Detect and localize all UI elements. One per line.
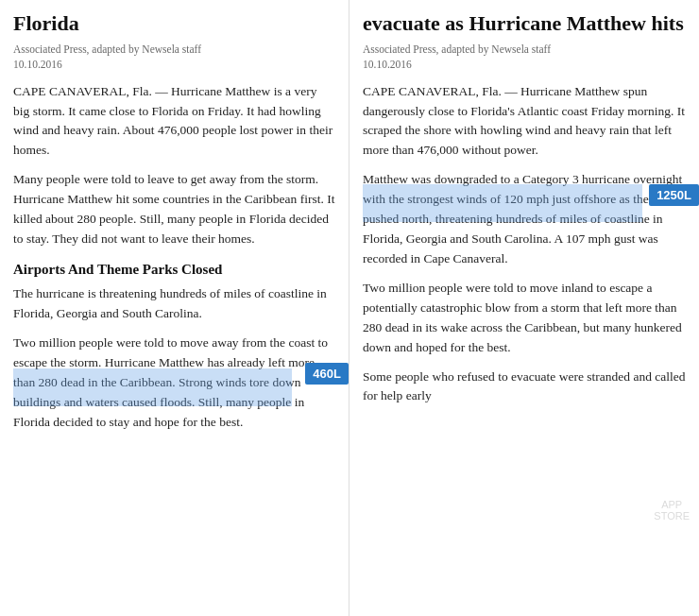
left-para-4: Two million people were told to move awa…	[13, 334, 335, 433]
left-article-byline: Associated Press, adapted by Newsela sta…	[13, 42, 335, 72]
right-para-2: Matthew was downgraded to a Category 3 h…	[363, 170, 686, 269]
left-article-panel: Florida Associated Press, adapted by New…	[0, 0, 350, 616]
left-para-3: The hurricane is threatening hundreds of…	[13, 284, 335, 324]
right-level-badge[interactable]: 1250L	[649, 184, 699, 206]
right-article-panel: evacuate as Hurricane Matthew hits Assoc…	[350, 0, 699, 616]
left-article-title: Florida	[13, 11, 335, 36]
right-article-title: evacuate as Hurricane Matthew hits	[363, 11, 686, 36]
app-watermark: APPSTORE	[654, 499, 690, 522]
left-level-badge[interactable]: 460L	[305, 363, 349, 385]
left-article-body: CAPE CANAVERAL, Fla. — Hurricane Matthew…	[13, 82, 335, 433]
right-para-3: Two million people were told to move inl…	[363, 279, 686, 358]
right-para-4: Some people who refused to evacuate were…	[363, 368, 686, 407]
left-para-1: CAPE CANAVERAL, Fla. — Hurricane Matthew…	[13, 82, 335, 162]
left-para-2: Many people were told to leave to get aw…	[13, 170, 335, 249]
right-para-1: CAPE CANAVERAL, Fla. — Hurricane Matthew…	[363, 82, 686, 162]
right-article-byline: Associated Press, adapted by Newsela sta…	[363, 42, 686, 72]
right-article-body: CAPE CANAVERAL, Fla. — Hurricane Matthew…	[363, 82, 686, 407]
left-subheading: Airports And Theme Parks Closed	[13, 259, 335, 281]
